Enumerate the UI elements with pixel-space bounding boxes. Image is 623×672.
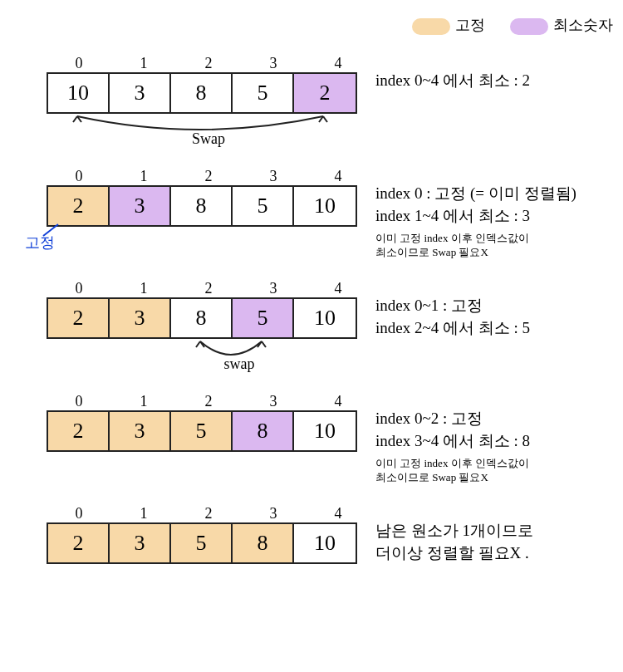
note-line: index 3~4 에서 최소 : 8: [375, 430, 613, 453]
note-line: index 0~2 : 고정: [375, 408, 613, 430]
legend-fixed-label: 고정: [455, 17, 485, 33]
index-label: 1: [111, 168, 176, 185]
step-notes: index 0 : 고정 (= 이미 정렬됨)index 1~4 에서 최소 :…: [375, 168, 613, 260]
array-cell: 10: [294, 299, 356, 337]
array-cell: 3: [110, 74, 171, 112]
array-cell: 3: [110, 187, 171, 225]
array-cell: 2: [294, 74, 356, 112]
array-wrap: 01234103852Swap: [10, 55, 375, 148]
index-label: 2: [176, 505, 241, 522]
index-label: 3: [241, 168, 306, 185]
array-cell: 5: [171, 412, 233, 450]
legend-fixed: 고정: [412, 15, 485, 35]
array-cells: 238510: [47, 185, 357, 227]
index-label: 2: [176, 55, 241, 72]
step-notes: index 0~1 : 고정index 2~4 에서 최소 : 5: [375, 280, 613, 339]
index-row: 01234: [10, 280, 375, 297]
step: 01234103852Swapindex 0~4 에서 최소 : 2: [10, 55, 613, 148]
index-label: 1: [111, 55, 176, 72]
array-cells: 235810: [47, 522, 357, 564]
note-sub-line: 최소이므로 Swap 필요X: [375, 246, 613, 260]
step: 01234235810index 0~2 : 고정index 3~4 에서 최소…: [10, 393, 613, 485]
swap-arc-icon: [10, 338, 375, 371]
array-cell: 8: [171, 74, 233, 112]
index-label: 2: [176, 280, 241, 297]
array-wrap: 01234238510고정: [10, 168, 375, 227]
array-wrap: 01234235810: [10, 505, 375, 564]
note-line: index 2~4 에서 최소 : 5: [375, 317, 613, 340]
note-sub-line: 최소이므로 Swap 필요X: [375, 471, 613, 485]
array-cell: 3: [110, 524, 171, 562]
step-notes: index 0~2 : 고정index 3~4 에서 최소 : 8이미 고정 i…: [375, 393, 613, 485]
index-label: 0: [47, 505, 111, 522]
array-cell: 8: [233, 412, 294, 450]
array-cell: 8: [171, 299, 233, 337]
index-row: 01234: [10, 393, 375, 410]
array-cell: 3: [110, 299, 171, 337]
index-label: 1: [111, 280, 176, 297]
steps-container: 01234103852Swapindex 0~4 에서 최소 : 2012342…: [10, 55, 613, 564]
array-wrap: 01234238510swap: [10, 280, 375, 373]
array-cell: 10: [48, 74, 110, 112]
array-cell: 5: [171, 524, 233, 562]
legend: 고정 최소숫자: [10, 15, 613, 35]
array-cell: 10: [294, 187, 356, 225]
index-label: 3: [241, 280, 306, 297]
note-sub: 이미 고정 index 이후 인덱스값이최소이므로 Swap 필요X: [375, 232, 613, 260]
index-label: 4: [306, 280, 370, 297]
index-label: 4: [306, 393, 370, 410]
array-cell: 2: [48, 524, 110, 562]
index-label: 1: [111, 393, 176, 410]
step-notes: index 0~4 에서 최소 : 2: [375, 55, 613, 92]
array-cell: 2: [48, 187, 110, 225]
index-label: 1: [111, 505, 176, 522]
index-row: 01234: [10, 168, 375, 185]
swap-arc-icon: [10, 113, 375, 146]
index-label: 4: [306, 168, 370, 185]
note-line: 남은 원소가 1개이므로: [375, 520, 613, 542]
swatch-fixed: [412, 18, 450, 35]
step: 01234235810남은 원소가 1개이므로더이상 정렬할 필요X .: [10, 505, 613, 564]
array-cell: 10: [294, 412, 356, 450]
array-cell: 2: [48, 412, 110, 450]
index-label: 3: [241, 505, 306, 522]
array-cells: 235810: [47, 410, 357, 452]
note-line: index 1~4 에서 최소 : 3: [375, 205, 613, 228]
index-label: 4: [306, 505, 370, 522]
swatch-min: [510, 18, 548, 35]
index-label: 3: [241, 393, 306, 410]
note-line: 더이상 정렬할 필요X .: [375, 542, 613, 565]
index-row: 01234: [10, 505, 375, 522]
array-cell: 8: [233, 524, 294, 562]
array-cell: 5: [233, 187, 294, 225]
index-label: 4: [306, 55, 370, 72]
index-label: 3: [241, 55, 306, 72]
array-cell: 8: [171, 187, 233, 225]
note-line: index 0~4 에서 최소 : 2: [375, 70, 613, 92]
step: 01234238510고정index 0 : 고정 (= 이미 정렬됨)inde…: [10, 168, 613, 260]
index-label: 0: [47, 55, 111, 72]
leader-line-icon: [42, 223, 66, 239]
array-cell: 3: [110, 412, 171, 450]
array-wrap: 01234235810: [10, 393, 375, 452]
index-label: 0: [47, 393, 111, 410]
note-line: index 0~1 : 고정: [375, 295, 613, 317]
note-sub: 이미 고정 index 이후 인덱스값이최소이므로 Swap 필요X: [375, 457, 613, 485]
index-label: 0: [47, 168, 111, 185]
step: 01234238510swapindex 0~1 : 고정index 2~4 에…: [10, 280, 613, 373]
step-notes: 남은 원소가 1개이므로더이상 정렬할 필요X .: [375, 505, 613, 564]
legend-min-label: 최소숫자: [553, 17, 613, 33]
note-sub-line: 이미 고정 index 이후 인덱스값이: [375, 457, 613, 471]
index-label: 0: [47, 280, 111, 297]
array-cell: 2: [48, 299, 110, 337]
legend-min: 최소숫자: [510, 15, 613, 35]
array-cell: 5: [233, 74, 294, 112]
index-label: 2: [176, 393, 241, 410]
note-line: index 0 : 고정 (= 이미 정렬됨): [375, 183, 613, 205]
index-label: 2: [176, 168, 241, 185]
array-cells: 238510: [47, 297, 357, 339]
array-cell: 10: [294, 524, 356, 562]
index-row: 01234: [10, 55, 375, 72]
array-cells: 103852: [47, 72, 357, 114]
array-cell: 5: [233, 299, 294, 337]
